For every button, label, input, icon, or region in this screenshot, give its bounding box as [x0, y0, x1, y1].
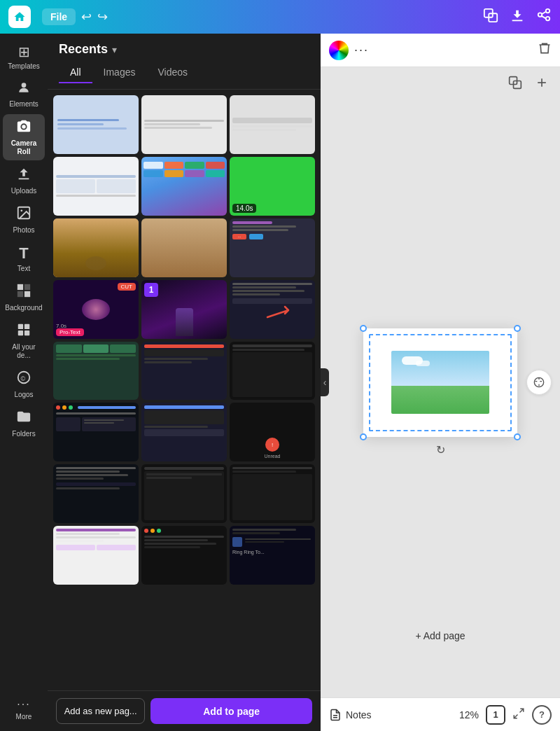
tabs-row: All Images Videos — [48, 62, 321, 90]
sidebar-item-all-designs-label: All your de... — [6, 343, 42, 360]
canvas-ai-button[interactable] — [526, 370, 552, 395]
home-button[interactable] — [8, 6, 31, 28]
sidebar-item-folders[interactable]: Folders — [3, 405, 45, 443]
add-element-button[interactable] — [535, 76, 549, 93]
svg-rect-11 — [18, 324, 23, 329]
media-thumb-6[interactable]: 14.0s — [230, 157, 315, 216]
share-button[interactable] — [536, 8, 552, 27]
top-header: File ↩ ↪ — [0, 0, 560, 34]
notes-button[interactable]: Notes — [329, 709, 372, 721]
sidebar-item-elements[interactable]: Elements — [3, 76, 45, 113]
svg-point-6 — [20, 209, 22, 211]
svg-line-24 — [514, 714, 517, 718]
recents-title: Recents — [59, 42, 108, 57]
media-thumb-22[interactable] — [53, 526, 139, 585]
media-thumb-10[interactable]: Pro-Text CUT 7.0s — [53, 280, 139, 339]
video-duration-badge: 14.0s — [232, 204, 256, 213]
media-grid: 14.0s ··· — [48, 90, 321, 690]
download-button[interactable] — [510, 8, 525, 27]
canvas-area: ··· ↻ — [321, 34, 560, 731]
svg-rect-14 — [24, 330, 29, 335]
sidebar-item-background[interactable]: Background — [3, 279, 45, 316]
logos-icon: © — [16, 370, 31, 389]
media-thumb-11[interactable]: 1 — [141, 280, 227, 339]
image-refresh-icon[interactable]: ↻ — [436, 443, 445, 457]
svg-rect-13 — [18, 330, 23, 335]
tab-videos[interactable]: Videos — [146, 62, 199, 83]
media-thumb-20[interactable] — [141, 464, 227, 523]
sidebar-item-templates-label: Templates — [8, 62, 40, 71]
selection-handle-bl[interactable] — [360, 433, 367, 440]
cut-badge: CUT — [118, 283, 136, 291]
header-right-icons — [483, 8, 552, 27]
canvas-right-actions — [526, 370, 552, 395]
zoom-level: 12% — [459, 709, 479, 720]
uploads-icon — [16, 166, 31, 185]
media-thumb-7[interactable] — [53, 218, 139, 277]
sidebar-item-text[interactable]: T Text — [3, 240, 45, 277]
sidebar-item-folders-label: Folders — [12, 430, 35, 438]
page-indicator[interactable]: 1 — [486, 705, 505, 725]
svg-rect-12 — [24, 324, 29, 329]
delete-design-button[interactable] — [538, 41, 552, 59]
media-thumb-16[interactable] — [53, 403, 139, 461]
canvas-top-bar: ··· — [321, 34, 560, 67]
design-canvas[interactable]: ↻ — [363, 328, 517, 437]
media-thumb-12[interactable] — [230, 280, 315, 339]
media-thumb-3[interactable] — [230, 95, 315, 154]
image-ground — [391, 386, 489, 415]
bottom-action-bar: Add as new pag... Add to page — [48, 690, 321, 731]
copy-button[interactable] — [483, 8, 498, 27]
fullscreen-button[interactable] — [512, 707, 525, 723]
selection-handle-tr[interactable] — [514, 325, 521, 332]
media-thumb-24[interactable]: Ring Ring To... — [230, 526, 315, 585]
duplicate-element-button[interactable] — [508, 76, 522, 93]
selection-handle-br[interactable] — [514, 433, 521, 440]
media-thumb-19[interactable] — [53, 464, 139, 523]
panel-collapse-handle[interactable] — [321, 368, 329, 396]
sidebar-item-camera-roll[interactable]: Camera Roll — [3, 114, 45, 160]
media-thumb-21[interactable] — [230, 464, 315, 523]
tab-all[interactable]: All — [59, 62, 92, 83]
recents-chevron[interactable]: ▾ — [112, 44, 117, 55]
canvas-top-left: ··· — [329, 41, 369, 60]
add-page-button[interactable]: + Add page — [415, 630, 465, 641]
media-thumb-14[interactable] — [141, 342, 227, 401]
canvas-controls: 12% 1 ? — [459, 705, 552, 725]
redo-button[interactable]: ↪ — [97, 9, 108, 25]
templates-icon: ⊞ — [18, 43, 30, 60]
notes-label: Notes — [346, 709, 372, 720]
folders-icon — [16, 409, 31, 428]
sidebar-item-logos[interactable]: © Logos — [3, 366, 45, 403]
sidebar-item-uploads[interactable]: Uploads — [3, 162, 45, 200]
svg-line-23 — [520, 709, 524, 712]
media-thumb-18[interactable]: ! Unread — [230, 403, 315, 461]
media-thumb-2[interactable] — [141, 95, 227, 154]
design-options-button[interactable]: ··· — [354, 43, 369, 57]
sidebar-item-photos[interactable]: Photos — [3, 201, 45, 239]
help-button[interactable]: ? — [532, 705, 552, 725]
tab-images[interactable]: Images — [92, 62, 147, 83]
add-as-new-page-button[interactable]: Add as new pag... — [56, 698, 145, 724]
sidebar-item-background-label: Background — [5, 304, 42, 312]
sidebar-item-text-label: Text — [18, 265, 30, 273]
media-thumb-17[interactable] — [141, 403, 227, 461]
sidebar-item-templates[interactable]: ⊞ Templates — [3, 39, 45, 75]
selection-handle-tl[interactable] — [360, 325, 367, 332]
add-to-page-button[interactable]: Add to page — [150, 698, 312, 724]
svg-text:©: © — [20, 375, 25, 382]
sidebar-item-all-designs[interactable]: All your de... — [3, 318, 45, 364]
file-button[interactable]: File — [42, 8, 76, 25]
media-thumb-15[interactable] — [230, 342, 315, 401]
media-thumb-13[interactable] — [53, 342, 139, 401]
sidebar-item-more-label: More — [16, 713, 32, 721]
design-color-icon[interactable] — [329, 41, 349, 60]
sidebar-item-more[interactable]: ··· More — [3, 694, 45, 725]
media-thumb-5[interactable] — [141, 157, 227, 216]
media-thumb-4[interactable] — [53, 157, 139, 216]
undo-button[interactable]: ↩ — [81, 9, 92, 25]
media-thumb-9[interactable]: ··· — [230, 218, 315, 277]
media-thumb-8[interactable] — [141, 218, 227, 277]
media-thumb-23[interactable] — [141, 526, 227, 585]
media-thumb-1[interactable] — [53, 95, 139, 154]
